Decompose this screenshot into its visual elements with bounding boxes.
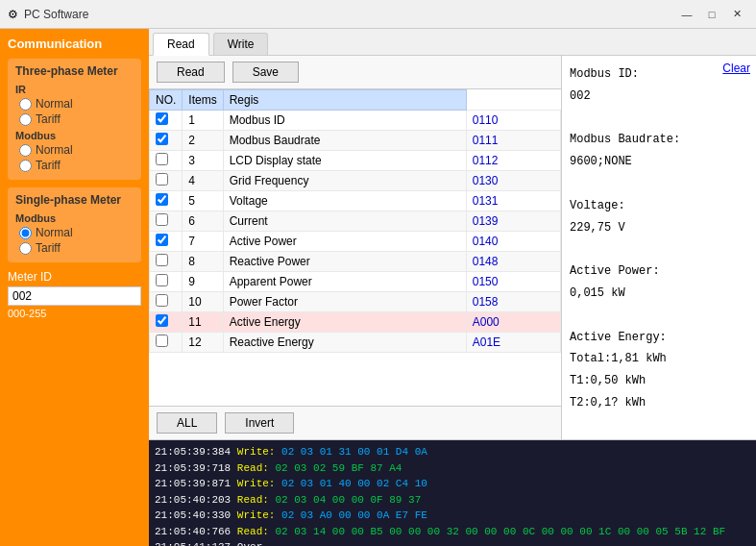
log-time: 21:05:40:203 (155, 494, 237, 506)
row-checkbox[interactable] (156, 213, 168, 226)
tab-read[interactable]: Read (153, 33, 209, 56)
table-area: Read Save NO. Items Regis 1Modbu (149, 56, 562, 439)
row-no: 10 (183, 292, 223, 312)
output-area: Clear Modbus ID: 002 Modbus Baudrate: 96… (562, 56, 756, 439)
tab-write[interactable]: Write (213, 33, 269, 55)
row-item: Modbus ID (223, 111, 466, 131)
row-no: 7 (183, 232, 223, 252)
row-register: 0158 (466, 292, 560, 312)
single-normal-label: Normal (36, 226, 73, 239)
window-title: PC Software (24, 8, 675, 21)
single-modbus-label: Modbus (15, 212, 134, 224)
row-register: 0150 (466, 272, 560, 292)
log-line: 21:05:39:871 Write: 02 03 01 40 00 02 C4… (155, 476, 750, 492)
row-checkbox[interactable] (156, 335, 168, 347)
row-register: 0111 (466, 131, 560, 151)
main-layout: Communication Three-phase Meter IR Norma… (0, 29, 756, 546)
log-line: 21:05:40:766 Read: 02 03 14 00 00 B5 00 … (155, 524, 750, 540)
row-item: Apparent Power (223, 272, 466, 292)
row-checkbox[interactable] (156, 193, 168, 206)
read-button[interactable]: Read (157, 62, 225, 83)
data-table: NO. Items Regis 1Modbus ID01102Modbus Ba… (149, 89, 561, 406)
modbus-normal-radio[interactable] (19, 144, 32, 157)
row-checkbox-cell[interactable] (150, 312, 183, 333)
modbus-tariff-radio[interactable] (19, 160, 32, 172)
row-item: Reactive Power (223, 252, 466, 272)
row-checkbox[interactable] (156, 133, 168, 145)
table-row: 8Reactive Power0148 (150, 252, 561, 272)
row-checkbox-cell[interactable] (150, 232, 183, 252)
row-checkbox[interactable] (156, 234, 168, 246)
row-no: 1 (183, 111, 223, 131)
ir-radio-group: Normal Tariff (15, 97, 134, 126)
row-checkbox-cell[interactable] (150, 131, 183, 151)
row-checkbox[interactable] (156, 294, 168, 307)
modbus-tariff-label: Tariff (36, 159, 61, 172)
single-tariff-radio[interactable] (19, 242, 32, 255)
row-item: Current (223, 211, 466, 232)
log-label: Write: (237, 509, 281, 521)
three-phase-panel: Three-phase Meter IR Normal Tariff Modbu… (8, 59, 141, 180)
all-button[interactable]: ALL (157, 412, 217, 434)
ir-normal-radio[interactable] (19, 98, 32, 111)
row-checkbox-cell[interactable] (150, 171, 183, 191)
log-time: 21:05:39:871 (155, 478, 237, 489)
row-register: 0131 (466, 191, 560, 211)
maximize-button[interactable]: □ (700, 5, 723, 24)
row-checkbox-cell[interactable] (150, 292, 183, 312)
col-no: NO. (150, 90, 183, 111)
row-checkbox-cell[interactable] (150, 151, 183, 171)
row-no: 5 (183, 191, 223, 211)
row-item: LCD Display state (223, 151, 466, 171)
window-controls: — □ ✕ (675, 5, 748, 24)
log-time: 21:05:41:137 (155, 541, 237, 546)
row-checkbox-cell[interactable] (150, 252, 183, 272)
single-phase-panel: Single-phase Meter Modbus Normal Tariff (8, 187, 141, 262)
table-header-row: NO. Items Regis (150, 90, 561, 111)
row-checkbox[interactable] (156, 112, 168, 125)
col-regis: Regis (223, 90, 466, 111)
row-checkbox-cell[interactable] (150, 333, 183, 353)
row-checkbox-cell[interactable] (150, 272, 183, 292)
table-row: 7Active Power0140 (150, 232, 561, 252)
row-checkbox[interactable] (156, 274, 168, 286)
log-label: Read: (237, 494, 276, 506)
app-icon: ⚙ (8, 8, 18, 21)
modbus-label: Modbus (15, 130, 134, 141)
col-items: Items (183, 90, 223, 111)
row-no: 6 (183, 211, 223, 232)
log-time: 21:05:40:330 (155, 509, 237, 521)
row-checkbox[interactable] (156, 173, 168, 186)
content-area: Read Write Read Save NO. Items (149, 29, 756, 546)
table-row: 6Current0139 (150, 211, 561, 232)
modbus-tariff-row[interactable]: Tariff (19, 159, 134, 172)
log-time: 21:05:39:718 (155, 462, 237, 474)
meter-id-input[interactable] (8, 286, 141, 306)
row-checkbox-cell[interactable] (150, 191, 183, 211)
ir-tariff-radio[interactable] (19, 113, 32, 126)
row-item: Reactive Energy (223, 333, 466, 353)
row-checkbox-cell[interactable] (150, 211, 183, 232)
row-checkbox[interactable] (156, 314, 168, 327)
single-normal-radio[interactable] (19, 227, 32, 239)
row-register: 0140 (466, 232, 560, 252)
close-button[interactable]: ✕ (725, 5, 748, 24)
log-data: 02 03 01 31 00 01 D4 0A (281, 446, 427, 458)
row-checkbox[interactable] (156, 254, 168, 266)
row-checkbox-cell[interactable] (150, 111, 183, 131)
save-button[interactable]: Save (232, 62, 299, 83)
invert-button[interactable]: Invert (225, 412, 294, 434)
single-tariff-row[interactable]: Tariff (19, 241, 134, 255)
row-checkbox[interactable] (156, 153, 168, 165)
table-toolbar: Read Save (149, 56, 561, 89)
ir-tariff-row[interactable]: Tariff (19, 112, 134, 126)
row-no: 8 (183, 252, 223, 272)
row-item: Active Power (223, 232, 466, 252)
single-normal-row[interactable]: Normal (19, 226, 134, 239)
single-tariff-label: Tariff (36, 241, 61, 255)
log-area: 21:05:39:384 Write: 02 03 01 31 00 01 D4… (149, 440, 756, 546)
ir-normal-row[interactable]: Normal (19, 97, 134, 111)
clear-button[interactable]: Clear (722, 62, 750, 75)
minimize-button[interactable]: — (675, 5, 698, 24)
modbus-normal-row[interactable]: Normal (19, 143, 134, 157)
